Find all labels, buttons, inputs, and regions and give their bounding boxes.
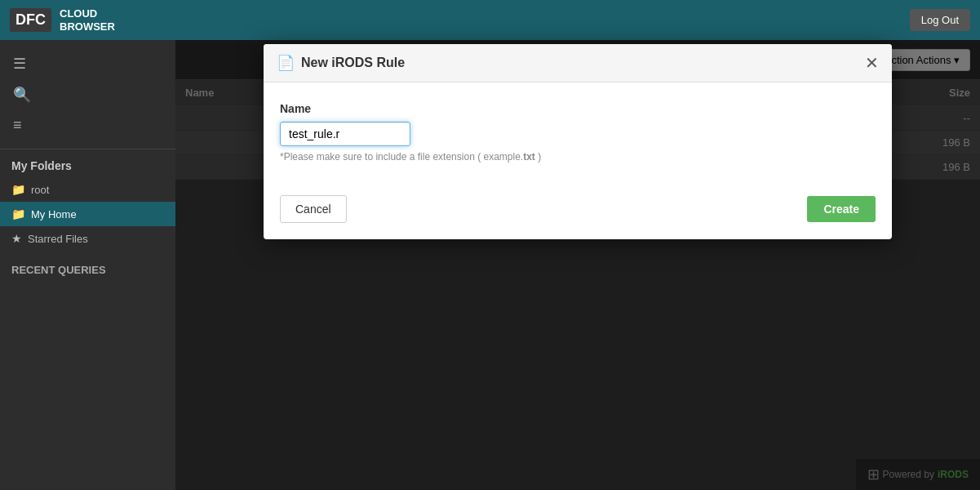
modal-body: Name *Please make sure to include a file…: [264, 82, 892, 187]
brand-name: CLOUD BROWSER: [60, 7, 115, 33]
sidebar-item-myhome[interactable]: 📁 My Home: [0, 202, 175, 226]
my-folders-title: My Folders: [0, 149, 175, 177]
sidebar-item-starred-label: Starred Files: [28, 233, 88, 245]
sidebar: ☰ 🔍 ≡ My Folders 📁 root 📁 My Home ★ Star…: [0, 40, 175, 490]
modal-title-text: New iRODS Rule: [301, 56, 405, 70]
sidebar-item-root[interactable]: 📁 root: [0, 177, 175, 202]
hint-end: ): [535, 151, 541, 163]
hamburger-icon[interactable]: ☰: [0, 48, 175, 79]
dfc-logo: DFC: [10, 8, 51, 32]
new-irods-rule-modal: 📄 New iRODS Rule ✕ Name *Please make sur…: [264, 44, 892, 239]
recent-queries-title: Recent Queries: [0, 251, 175, 281]
cancel-button[interactable]: Cancel: [280, 195, 347, 223]
modal-header: 📄 New iRODS Rule ✕: [264, 44, 892, 82]
search-icon[interactable]: 🔍: [0, 79, 175, 110]
modal-title: 📄 New iRODS Rule: [277, 54, 405, 72]
app-header: DFC CLOUD BROWSER Log Out: [0, 0, 980, 40]
modal-close-button[interactable]: ✕: [865, 55, 879, 71]
sidebar-item-starred[interactable]: ★ Starred Files: [0, 226, 175, 251]
hint-bold: txt: [523, 151, 535, 163]
hint-main: *Please make sure to include a file exte…: [280, 151, 523, 163]
content-area: Selection Actions ▾ Name Size -- 196 B 1…: [175, 40, 980, 490]
name-label: Name: [280, 102, 876, 115]
folder-icon: 📁: [11, 207, 25, 220]
nav-icon[interactable]: ≡: [0, 110, 175, 140]
star-icon: ★: [11, 232, 22, 245]
main-layout: ☰ 🔍 ≡ My Folders 📁 root 📁 My Home ★ Star…: [0, 40, 980, 490]
sidebar-item-root-label: root: [31, 184, 49, 196]
folder-icon: 📁: [11, 183, 25, 196]
create-button[interactable]: Create: [807, 196, 876, 222]
hint-text: *Please make sure to include a file exte…: [280, 151, 876, 163]
sidebar-icon-group: ☰ 🔍 ≡: [0, 40, 175, 149]
name-input[interactable]: [280, 122, 410, 146]
brand-area: DFC CLOUD BROWSER: [10, 7, 115, 33]
rule-file-icon: 📄: [277, 54, 295, 72]
modal-overlay: 📄 New iRODS Rule ✕ Name *Please make sur…: [175, 40, 980, 490]
modal-footer: Cancel Create: [264, 187, 892, 239]
logout-button[interactable]: Log Out: [910, 9, 970, 31]
sidebar-item-myhome-label: My Home: [31, 208, 77, 220]
